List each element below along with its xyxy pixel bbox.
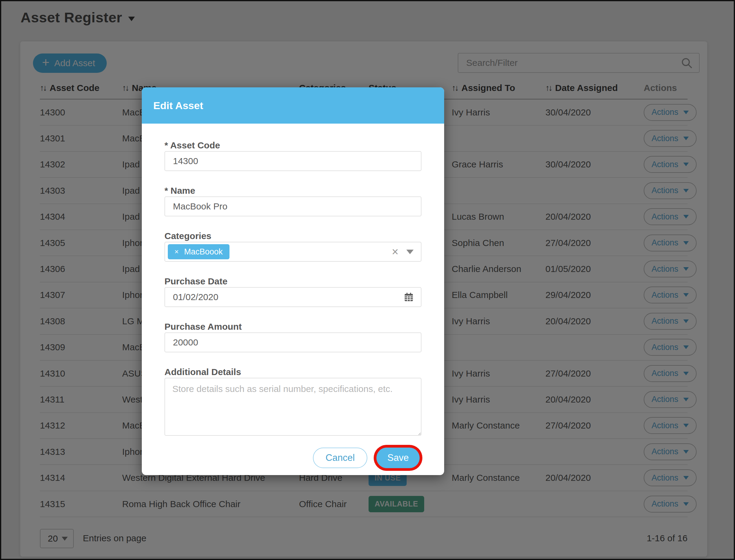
purchase-date-input[interactable]: [165, 288, 403, 306]
purchase-amount-field-group: Purchase Amount: [164, 322, 422, 352]
category-tag-label: MacBoook: [184, 247, 223, 257]
name-input[interactable]: [164, 196, 422, 216]
app-window: Asset Register + Add Asset ↑↓Asset Code↑…: [0, 0, 735, 560]
asset-code-label: * Asset Code: [164, 140, 422, 151]
purchase-date-label: Purchase Date: [164, 276, 422, 286]
asset-code-field-group: * Asset Code: [164, 140, 422, 171]
remove-tag-icon[interactable]: ×: [174, 248, 179, 256]
categories-label: Categories: [164, 231, 422, 241]
calendar-icon[interactable]: [403, 292, 414, 303]
additional-details-field-group: Additional Details: [164, 367, 422, 437]
additional-details-label: Additional Details: [164, 367, 422, 377]
modal-actions: Cancel Save: [164, 448, 422, 468]
edit-asset-modal: Edit Asset * Asset Code * Name Categorie…: [142, 87, 444, 475]
purchase-date-field-group: Purchase Date: [164, 276, 422, 307]
name-label: * Name: [164, 186, 422, 196]
category-tag: × MacBoook: [168, 244, 229, 259]
purchase-date-wrap: [164, 287, 422, 307]
modal-header: Edit Asset: [142, 87, 444, 124]
purchase-amount-input[interactable]: [164, 332, 422, 352]
modal-title: Edit Asset: [153, 100, 203, 112]
modal-body: * Asset Code * Name Categories × MacBooo…: [142, 124, 444, 468]
save-button[interactable]: Save: [377, 448, 420, 468]
chevron-down-icon: [407, 250, 414, 254]
asset-code-input[interactable]: [164, 151, 422, 171]
categories-field-group: Categories × MacBoook ×: [164, 231, 422, 262]
cancel-button[interactable]: Cancel: [313, 448, 368, 468]
clear-selection-icon[interactable]: ×: [392, 246, 399, 257]
categories-multiselect[interactable]: × MacBoook ×: [164, 242, 422, 262]
name-field-group: * Name: [164, 186, 422, 216]
additional-details-textarea[interactable]: [164, 378, 422, 436]
purchase-amount-label: Purchase Amount: [164, 322, 422, 332]
